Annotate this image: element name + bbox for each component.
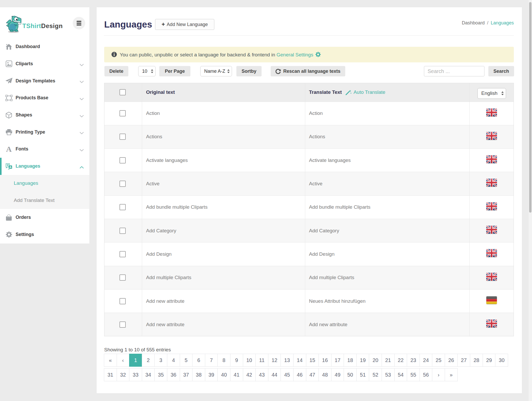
svg-text:A: A xyxy=(9,166,11,169)
